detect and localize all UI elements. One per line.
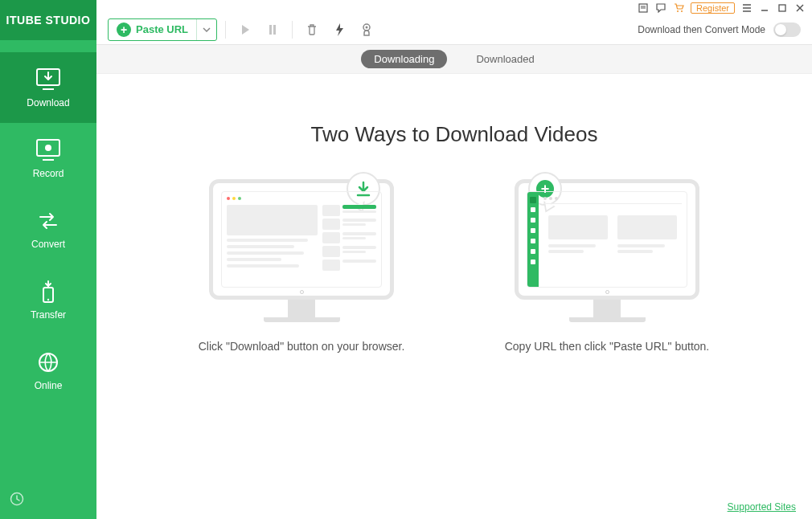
way2-caption: Copy URL then click "Paste URL" button. <box>505 338 710 355</box>
pause-button[interactable] <box>261 18 284 41</box>
paste-url-label: Paste URL <box>136 23 188 35</box>
paste-url-dropdown[interactable] <box>197 19 216 40</box>
sidebar-item-label: Record <box>33 168 64 179</box>
sidebar-item-convert[interactable]: Convert <box>0 194 96 264</box>
svg-rect-1 <box>43 88 54 90</box>
plus-icon: + <box>117 22 131 37</box>
sidebar-item-label: Online <box>35 380 63 391</box>
transfer-icon <box>34 279 63 304</box>
monitor-illustration <box>209 179 394 322</box>
sidebar-item-label: Transfer <box>31 309 66 321</box>
svg-point-12 <box>677 10 679 12</box>
svg-point-24 <box>366 26 368 28</box>
paste-url-button[interactable]: + Paste URL <box>109 19 197 40</box>
feedback-icon[interactable] <box>655 2 666 14</box>
app-logo: ITUBE STUDIO <box>0 0 96 40</box>
separator <box>225 21 226 39</box>
separator <box>292 21 293 39</box>
paste-url-button-group: + Paste URL <box>108 18 217 41</box>
tab-downloading[interactable]: Downloading <box>361 50 447 68</box>
tab-downloaded[interactable]: Downloaded <box>463 50 547 68</box>
turbo-button[interactable] <box>328 18 351 41</box>
convert-mode-toggle[interactable] <box>773 22 801 37</box>
content: Two Ways to Download Videos <box>96 74 812 519</box>
convert-mode-label: Download then Convert Mode <box>638 24 765 35</box>
titlebar: Register <box>96 0 812 14</box>
settings-button[interactable] <box>355 18 378 41</box>
way-download-extension: Click "Download" button on your browser. <box>197 179 406 355</box>
svg-rect-22 <box>273 25 276 35</box>
svg-rect-4 <box>43 159 54 161</box>
cart-icon[interactable] <box>673 2 684 14</box>
toolbar: + Paste URL Download then Convert Mode <box>96 14 812 45</box>
trash-button[interactable] <box>301 18 323 41</box>
play-button[interactable] <box>234 18 256 41</box>
sidebar-item-label: Convert <box>31 239 65 250</box>
convert-icon <box>34 208 63 234</box>
history-icon[interactable] <box>0 482 96 519</box>
svg-point-6 <box>47 299 49 300</box>
sidebar-item-transfer[interactable]: Transfer <box>0 264 96 335</box>
way1-caption: Click "Download" button on your browser. <box>199 338 405 355</box>
supported-sites-link[interactable]: Supported Sites <box>728 501 796 513</box>
download-icon <box>34 67 63 92</box>
page-headline: Two Ways to Download Videos <box>311 122 598 147</box>
svg-point-13 <box>681 10 683 12</box>
record-icon <box>34 137 63 163</box>
tabs-bar: Downloading Downloaded <box>96 45 812 74</box>
sidebar-item-record[interactable]: Record <box>0 123 96 194</box>
svg-rect-21 <box>269 25 272 35</box>
menu-icon[interactable] <box>741 2 753 14</box>
close-button[interactable] <box>794 2 806 14</box>
nav: Download Record Convert Transfer Online <box>0 40 96 482</box>
sidebar-item-online[interactable]: Online <box>0 335 96 406</box>
ways-container: Click "Download" button on your browser.… <box>197 179 712 355</box>
svg-point-3 <box>45 145 51 151</box>
notes-icon[interactable] <box>638 2 649 14</box>
way-paste-url: + <box>502 179 712 355</box>
svg-rect-18 <box>779 5 785 11</box>
main: Register + Paste URL Download then Conve… <box>96 0 812 519</box>
minimize-button[interactable] <box>759 2 770 14</box>
sidebar: ITUBE STUDIO Download Record Convert Tra… <box>0 0 96 519</box>
sidebar-item-label: Download <box>27 97 69 108</box>
register-button[interactable]: Register <box>691 2 735 14</box>
monitor-illustration: + <box>515 179 699 322</box>
sidebar-item-download[interactable]: Download <box>0 52 96 123</box>
maximize-button[interactable] <box>777 2 788 14</box>
online-icon <box>34 349 63 375</box>
